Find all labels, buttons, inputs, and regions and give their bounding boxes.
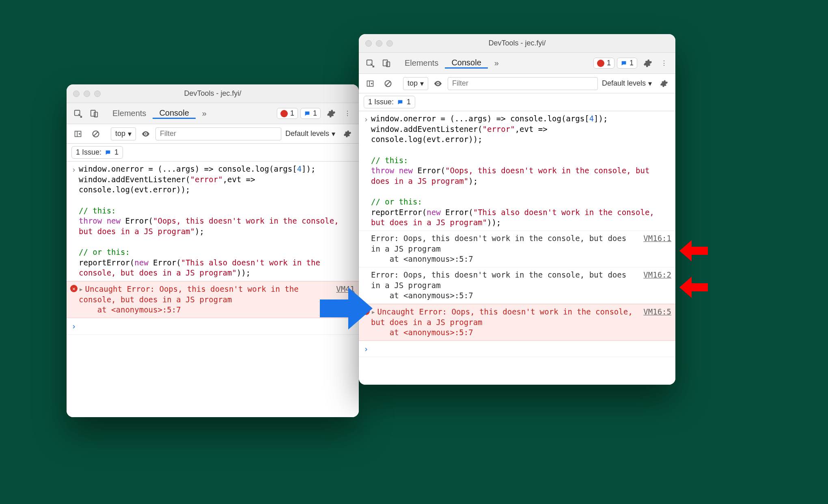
code-comment: // or this: bbox=[79, 248, 130, 256]
console-prompt[interactable]: › bbox=[67, 318, 359, 335]
errors-count: 1 bbox=[290, 109, 294, 118]
issues-chip[interactable]: 1 Issue: 1 bbox=[71, 146, 123, 159]
error-icon: ✕ bbox=[70, 285, 78, 292]
device-toggle-icon[interactable] bbox=[86, 109, 102, 118]
live-expression-icon[interactable] bbox=[138, 129, 154, 138]
tab-elements[interactable]: Elements bbox=[106, 109, 153, 118]
context-value: top bbox=[115, 129, 125, 138]
traffic-lights bbox=[359, 40, 393, 47]
panel-tabs: Elements Console » ✕ 1 1 ⋮ bbox=[67, 103, 359, 124]
code: )); bbox=[237, 268, 250, 277]
device-toggle-icon[interactable] bbox=[378, 59, 395, 68]
minimize-icon[interactable] bbox=[84, 90, 90, 97]
code: new bbox=[427, 208, 440, 217]
prompt-icon: › bbox=[69, 164, 79, 278]
chevron-down-icon: ▾ bbox=[128, 129, 132, 138]
messages-badge[interactable]: 1 bbox=[300, 108, 321, 119]
annotation-arrow-left-icon bbox=[679, 240, 708, 261]
code: reportError( bbox=[79, 258, 134, 267]
console-log-row[interactable]: Error: Oops, this doesn't work in the co… bbox=[359, 267, 675, 304]
tab-console[interactable]: Console bbox=[153, 108, 195, 119]
inspect-element-icon[interactable] bbox=[70, 109, 86, 118]
code: new bbox=[134, 258, 148, 267]
code: "error" bbox=[190, 175, 223, 184]
tab-console[interactable]: Console bbox=[445, 58, 487, 69]
console-toolbar: top▾ Default levels▾ bbox=[359, 74, 675, 93]
code: Error( bbox=[121, 216, 153, 225]
filter-input[interactable] bbox=[155, 127, 281, 140]
console-settings-icon[interactable] bbox=[656, 80, 672, 88]
prompt-icon: › bbox=[361, 114, 371, 228]
zoom-icon[interactable] bbox=[386, 40, 393, 47]
kebab-menu-icon[interactable]: ⋮ bbox=[656, 59, 672, 67]
chevron-down-icon: ▾ bbox=[420, 79, 424, 88]
console-output[interactable]: › window.onerror = (...args) => console.… bbox=[359, 111, 675, 385]
code: window.addEventListener( bbox=[371, 125, 483, 134]
source-link[interactable]: VM16:5 bbox=[643, 307, 671, 338]
log-levels-dropdown[interactable]: Default levels▾ bbox=[599, 79, 654, 88]
titlebar[interactable]: DevTools - jec.fyi/ bbox=[359, 34, 675, 53]
console-error-row[interactable]: ✕ ▸Uncaught Error: Oops, this doesn't wo… bbox=[67, 281, 359, 318]
source-link[interactable]: VM16:2 bbox=[643, 270, 671, 301]
console-log-row[interactable]: Error: Oops, this doesn't work in the co… bbox=[359, 231, 675, 267]
tabs-overflow-icon[interactable]: » bbox=[196, 109, 213, 118]
titlebar[interactable]: DevTools - jec.fyi/ bbox=[67, 84, 359, 103]
live-expression-icon[interactable] bbox=[430, 79, 446, 88]
code-comment: // this: bbox=[371, 156, 408, 165]
message-icon bbox=[304, 110, 310, 117]
log-levels-dropdown[interactable]: Default levels▾ bbox=[283, 129, 338, 138]
console-prompt[interactable]: › bbox=[359, 341, 675, 358]
console-settings-icon[interactable] bbox=[339, 130, 356, 138]
settings-icon[interactable] bbox=[640, 59, 656, 68]
issues-chip[interactable]: 1 Issue: 1 bbox=[364, 96, 415, 108]
levels-label: Default levels bbox=[602, 79, 646, 88]
svg-point-11 bbox=[437, 83, 439, 84]
code: throw bbox=[371, 166, 394, 175]
close-icon[interactable] bbox=[73, 90, 80, 97]
settings-icon[interactable] bbox=[323, 109, 339, 118]
context-dropdown[interactable]: top▾ bbox=[111, 127, 136, 140]
code: new bbox=[394, 166, 413, 175]
disclosure-triangle-icon[interactable]: ▸ bbox=[79, 284, 83, 293]
source-link[interactable]: VM16:1 bbox=[643, 233, 671, 265]
error-text: Uncaught Error: Oops, this doesn't work … bbox=[79, 284, 299, 304]
code: throw bbox=[79, 216, 102, 225]
errors-badge[interactable]: ✕ 1 bbox=[593, 58, 615, 69]
console-input-history: › window.onerror = (...args) => console.… bbox=[67, 162, 359, 281]
context-dropdown[interactable]: top▾ bbox=[403, 77, 428, 90]
filter-input[interactable] bbox=[448, 77, 598, 90]
window-title: DevTools - jec.fyi/ bbox=[67, 89, 359, 98]
issues-bar: 1 Issue: 1 bbox=[359, 93, 675, 111]
close-icon[interactable] bbox=[365, 40, 372, 47]
code: )); bbox=[487, 218, 501, 227]
minimize-icon[interactable] bbox=[376, 40, 382, 47]
code-comment: // or this: bbox=[371, 197, 422, 206]
show-sidebar-icon[interactable] bbox=[362, 80, 378, 88]
code: "error" bbox=[483, 125, 515, 134]
zoom-icon[interactable] bbox=[94, 90, 101, 97]
issues-count: 1 bbox=[114, 148, 119, 157]
inspect-element-icon[interactable] bbox=[362, 59, 378, 68]
annotation-arrow-right-icon bbox=[320, 284, 373, 333]
tab-elements[interactable]: Elements bbox=[398, 58, 445, 68]
code: ); bbox=[468, 177, 478, 185]
code: 4 bbox=[297, 164, 302, 173]
code: Error( bbox=[441, 208, 473, 217]
clear-console-icon[interactable] bbox=[380, 80, 396, 88]
console-output[interactable]: › window.onerror = (...args) => console.… bbox=[67, 162, 359, 417]
code: Error( bbox=[149, 258, 181, 267]
code: new bbox=[102, 216, 121, 225]
log-text: Error: Oops, this doesn't work in the co… bbox=[371, 234, 626, 253]
tabs-overflow-icon[interactable]: » bbox=[488, 58, 505, 68]
messages-badge[interactable]: 1 bbox=[617, 58, 637, 69]
kebab-menu-icon[interactable]: ⋮ bbox=[339, 110, 356, 117]
issues-label: 1 Issue: bbox=[76, 148, 101, 157]
errors-count: 1 bbox=[607, 59, 611, 67]
console-error-row[interactable]: ✕ ▸Uncaught Error: Oops, this doesn't wo… bbox=[359, 304, 675, 341]
show-sidebar-icon[interactable] bbox=[70, 130, 86, 138]
messages-count: 1 bbox=[630, 59, 634, 67]
error-text: Uncaught Error: Oops, this doesn't work … bbox=[371, 307, 633, 327]
code: console.log(evt.error)); bbox=[371, 135, 483, 144]
clear-console-icon[interactable] bbox=[88, 130, 104, 138]
errors-badge[interactable]: ✕ 1 bbox=[277, 108, 298, 119]
